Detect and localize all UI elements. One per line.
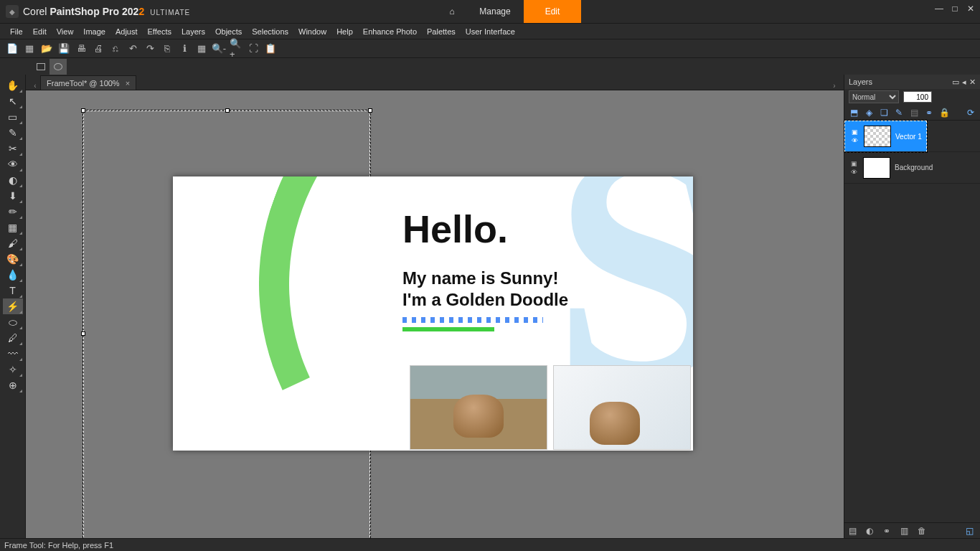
canvas-page: S Hello. My name is Sunny! I'm a Golden … xyxy=(173,176,693,451)
scratch-tool[interactable]: ✏ xyxy=(3,204,23,220)
canvas-viewport[interactable]: S Hello. My name is Sunny! I'm a Golden … xyxy=(26,90,844,538)
menu-edit[interactable]: Edit xyxy=(29,26,51,37)
layer-row[interactable]: ▣👁Background xyxy=(844,152,980,184)
menu-file[interactable]: File xyxy=(6,26,27,37)
airbrush-tool[interactable]: 🎨 xyxy=(3,251,23,267)
tab-manage[interactable]: Manage xyxy=(466,0,524,23)
layer-visibility-icon[interactable]: ▣👁 xyxy=(849,128,859,144)
link-icon[interactable]: ⚭ xyxy=(924,108,934,118)
toolbar-btn-14[interactable]: ⛶ xyxy=(247,42,260,55)
blend-mode-select[interactable]: Normal xyxy=(849,90,899,103)
menu-window[interactable]: Window xyxy=(294,26,331,37)
menu-enhance-photo[interactable]: Enhance Photo xyxy=(359,26,421,37)
minimize-button[interactable]: — xyxy=(934,4,944,14)
refresh-icon[interactable]: ⟳ xyxy=(966,108,976,118)
frame-shape-ellipse[interactable] xyxy=(50,59,67,75)
toolbar-btn-15[interactable]: 📋 xyxy=(264,42,277,55)
toolbar-btn-9[interactable]: ⎘ xyxy=(161,42,174,55)
flyout-indicator xyxy=(19,232,22,235)
flyout-indicator xyxy=(19,295,22,298)
menu-help[interactable]: Help xyxy=(332,26,357,37)
layer-row[interactable]: ▣👁Vector 1 xyxy=(844,121,927,152)
maximize-button[interactable]: □ xyxy=(950,4,960,14)
handle-w[interactable] xyxy=(81,331,85,336)
pen-tool[interactable]: 🖊 xyxy=(3,330,23,346)
flyout-indicator xyxy=(19,105,22,108)
makeover-tool[interactable]: ◐ xyxy=(3,172,23,188)
handle-nw[interactable] xyxy=(81,108,85,113)
fx-icon[interactable]: ✎ xyxy=(894,108,904,118)
menu-user-interface[interactable]: User Interface xyxy=(461,26,519,37)
mesh-tool[interactable]: ✧ xyxy=(3,362,23,377)
decor-dots xyxy=(402,317,543,323)
toolbar-btn-2[interactable]: 📂 xyxy=(40,42,53,55)
close-button[interactable]: ✕ xyxy=(966,4,976,14)
layers-panel: Layers ▭ ◂ ✕ Normal ⬒ ◈ ❏ ✎ ▤ ⚭ 🔒 ⟳ ▣👁Ve… xyxy=(844,75,980,538)
dropper-tool[interactable]: ✎ xyxy=(3,125,23,141)
panel-dock-icon[interactable]: ▭ xyxy=(952,77,959,87)
merge-icon[interactable]: ▥ xyxy=(900,526,910,536)
crop-tool[interactable]: ✂ xyxy=(3,141,23,156)
toolbar-btn-11[interactable]: ▦ xyxy=(195,42,208,55)
handle-ne[interactable] xyxy=(368,108,372,113)
flyout-indicator xyxy=(19,342,22,345)
oil-tool[interactable]: ⊕ xyxy=(3,377,23,393)
opacity-input[interactable] xyxy=(903,91,932,103)
toolbar-btn-13[interactable]: 🔍+ xyxy=(230,42,242,55)
menu-layers[interactable]: Layers xyxy=(177,26,209,37)
menu-image[interactable]: Image xyxy=(79,26,110,37)
document-tab[interactable]: FrameTool* @ 100% × xyxy=(40,75,136,90)
lock-icon[interactable]: 🔒 xyxy=(939,108,949,118)
toolbar-btn-7[interactable]: ↶ xyxy=(126,42,139,55)
tab-scroll-left[interactable]: ‹ xyxy=(30,82,40,90)
document-tab-close[interactable]: × xyxy=(126,79,130,88)
menu-objects[interactable]: Objects xyxy=(211,26,246,37)
panel-close-icon[interactable]: ✕ xyxy=(969,77,976,87)
handle-n[interactable] xyxy=(225,108,230,113)
expand-icon[interactable]: ◱ xyxy=(966,526,976,536)
pick-tool[interactable]: ↖ xyxy=(3,93,23,109)
panel-pin-icon[interactable]: ◂ xyxy=(962,77,966,87)
toolbar-btn-3[interactable]: 💾 xyxy=(57,42,70,55)
text-tool[interactable]: T xyxy=(3,283,23,298)
frame-shape-rect[interactable] xyxy=(32,59,50,75)
tab-home[interactable]: ⌂ xyxy=(438,0,466,23)
delete-layer-icon[interactable]: 🗑 xyxy=(918,526,928,536)
new-raster-icon[interactable]: ▤ xyxy=(849,526,859,536)
shape-tool[interactable]: ⬭ xyxy=(3,314,23,330)
redeye-tool[interactable]: 👁 xyxy=(3,156,23,172)
new-layer-icon[interactable]: ⬒ xyxy=(849,108,859,118)
new-group-icon[interactable]: ❏ xyxy=(879,108,889,118)
title-corel: Corel xyxy=(23,6,47,17)
link-bottom-icon[interactable]: ⚭ xyxy=(883,526,893,536)
layer-visibility-icon[interactable]: ▣👁 xyxy=(849,160,859,176)
toolbar-btn-10[interactable]: ℹ xyxy=(178,42,191,55)
gradient-tool[interactable]: ▦ xyxy=(3,220,23,235)
clone-tool[interactable]: ⬇ xyxy=(3,188,23,204)
menu-adjust[interactable]: Adjust xyxy=(111,26,142,37)
menu-palettes[interactable]: Palettes xyxy=(423,26,460,37)
warp-tool[interactable]: 〰 xyxy=(3,346,23,362)
mask-circle-icon[interactable]: ◐ xyxy=(866,526,876,536)
tab-edit[interactable]: Edit xyxy=(524,0,581,23)
toolbar-btn-5[interactable]: 🖨 xyxy=(92,42,105,55)
toolbar-btn-8[interactable]: ↷ xyxy=(143,42,156,55)
toolbar-btn-1[interactable]: ▦ xyxy=(23,42,36,55)
menu-selections[interactable]: Selections xyxy=(248,26,293,37)
toolbar-btn-12[interactable]: 🔍- xyxy=(212,42,225,55)
paint-tool[interactable]: 🖌 xyxy=(3,235,23,251)
layers-panel-title: Layers xyxy=(849,77,872,86)
tab-scroll-right[interactable]: › xyxy=(829,82,839,90)
toolbar-btn-0[interactable]: 📄 xyxy=(6,42,19,55)
toolbar-btn-4[interactable]: 🖶 xyxy=(75,42,88,55)
flood-tool[interactable]: 💧 xyxy=(3,267,23,283)
menu-view[interactable]: View xyxy=(52,26,78,37)
pan-tool[interactable]: ✋ xyxy=(3,77,23,93)
toolbar-btn-6[interactable]: ⎌ xyxy=(109,42,122,55)
frame-tool[interactable]: ⚡ xyxy=(3,298,23,314)
selection-tool[interactable]: ▭ xyxy=(3,109,23,125)
duplicate-icon[interactable]: ▤ xyxy=(909,108,919,118)
new-mask-icon[interactable]: ◈ xyxy=(864,108,874,118)
menu-effects[interactable]: Effects xyxy=(143,26,176,37)
flyout-indicator xyxy=(19,326,22,329)
